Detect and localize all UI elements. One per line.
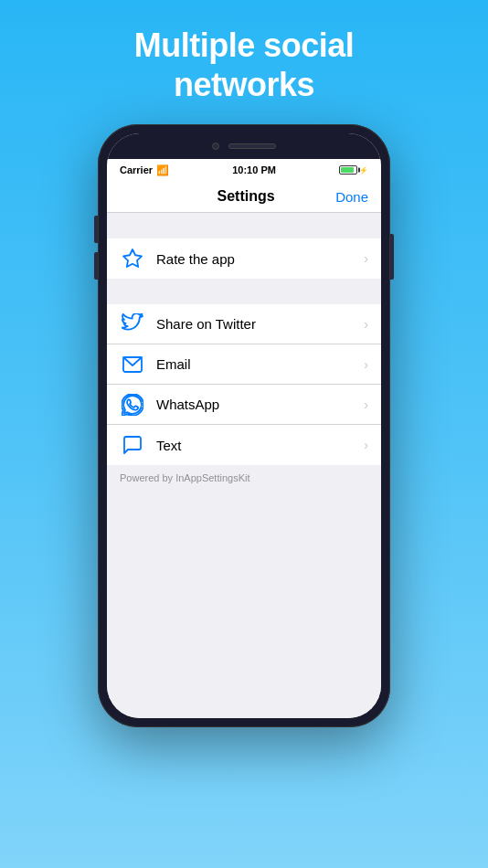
email-cell[interactable]: Email ›: [107, 344, 381, 385]
phone-frame: Carrier 📶 10:10 PM ⚡ Settings Done: [98, 124, 390, 727]
whatsapp-cell[interactable]: WhatsApp ›: [107, 385, 381, 425]
email-icon: [120, 352, 145, 377]
nav-title: Settings: [217, 188, 275, 205]
navigation-bar: Settings Done: [107, 181, 381, 213]
email-chevron: ›: [364, 357, 368, 372]
power-button: [390, 234, 394, 280]
text-cell[interactable]: Text ›: [107, 425, 381, 465]
twitter-label: Share on Twitter: [156, 316, 364, 332]
status-left: Carrier 📶: [120, 164, 169, 176]
volume-down-button: [94, 252, 98, 280]
status-bar: Carrier 📶 10:10 PM ⚡: [107, 159, 381, 181]
carrier-label: Carrier: [120, 164, 153, 175]
rate-app-chevron: ›: [364, 251, 368, 266]
footer-text: Powered by InAppSettingsKit: [107, 465, 381, 491]
speaker-slot: [228, 143, 276, 149]
rate-app-cell[interactable]: Rate the app ›: [107, 238, 381, 279]
twitter-icon: [120, 312, 145, 337]
text-icon: [120, 432, 145, 458]
twitter-chevron: ›: [364, 317, 368, 332]
done-button[interactable]: Done: [335, 189, 368, 205]
wifi-icon: 📶: [156, 164, 169, 176]
status-time: 10:10 PM: [232, 164, 276, 175]
battery-icon: [339, 165, 357, 175]
whatsapp-label: WhatsApp: [156, 397, 364, 412]
text-label: Text: [156, 438, 364, 453]
section-gap-1: [107, 213, 381, 238]
text-chevron: ›: [364, 438, 368, 452]
volume-up-button: [94, 216, 98, 243]
camera-dot: [212, 143, 219, 150]
whatsapp-icon: [120, 392, 145, 418]
rate-app-label: Rate the app: [156, 251, 364, 267]
rate-section: Rate the app ›: [107, 238, 381, 279]
content-area: Rate the app › Share on Twitter ›: [107, 213, 381, 718]
battery-bolt: ⚡: [359, 166, 368, 175]
email-label: Email: [156, 356, 364, 372]
star-icon: [120, 246, 145, 271]
svg-marker-0: [123, 249, 142, 267]
section-gap-2: [107, 279, 381, 304]
share-section: Share on Twitter › Email ›: [107, 304, 381, 465]
phone-top-notch: [107, 133, 381, 159]
status-right: ⚡: [339, 165, 368, 175]
whatsapp-chevron: ›: [364, 397, 368, 412]
twitter-cell[interactable]: Share on Twitter ›: [107, 304, 381, 344]
header-title: Multiple social networks: [134, 26, 355, 104]
